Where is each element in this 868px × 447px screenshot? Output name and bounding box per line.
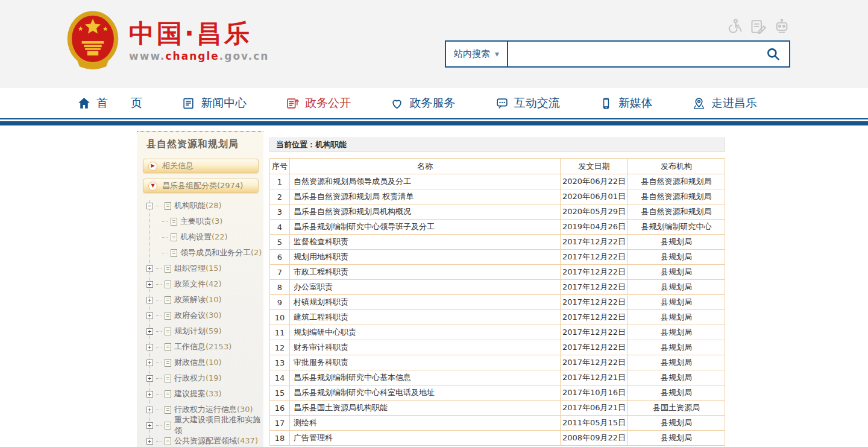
tree-item-count: (10) xyxy=(206,358,222,367)
site-logo[interactable]: 中国·昌乐 www.changle.gov.cn xyxy=(65,10,269,72)
publish-date: 2020年06月01日 xyxy=(561,189,628,204)
nav-item-label: 新媒体 xyxy=(618,95,653,111)
doc-title-link[interactable]: 昌乐县规划编制研究中心领导班子及分工 xyxy=(290,220,561,235)
table-row: 8办公室职责2017年12月22日县规划局 xyxy=(270,280,725,295)
document-icon xyxy=(171,218,177,226)
expand-plus-icon[interactable] xyxy=(146,407,153,413)
expand-plus-icon[interactable] xyxy=(146,375,153,382)
robot-assistant-icon[interactable] xyxy=(773,18,790,35)
tree-item-label: 工作信息(2153) xyxy=(174,341,231,352)
doc-title-link[interactable]: 村镇规划科职责 xyxy=(290,295,561,310)
tree-item[interactable]: 建议提案(33) xyxy=(137,386,263,402)
document-icon xyxy=(165,296,171,304)
tree-item[interactable]: 财政信息(10) xyxy=(137,355,263,370)
expand-plus-icon[interactable] xyxy=(146,391,153,398)
expand-plus-icon[interactable] xyxy=(146,297,153,303)
tree-item[interactable]: 政策解读(10) xyxy=(137,292,263,308)
doc-title-link[interactable]: 昌乐县自然资源和规划局机构概况 xyxy=(290,204,561,220)
tree-item[interactable]: 政府会议(30) xyxy=(137,308,263,323)
doc-title-link[interactable]: 规划编研中心职责 xyxy=(290,325,561,340)
tree-item-label: 领导成员和业务分工(2) xyxy=(180,247,262,258)
expand-plus-icon[interactable] xyxy=(146,281,153,288)
doc-title-link[interactable]: 市政工程科职责 xyxy=(290,265,561,280)
expand-plus-icon[interactable] xyxy=(146,328,153,335)
table-row: 15昌乐县规划编制研究中心科室电话及地址2017年10月16日县规划局 xyxy=(270,385,725,401)
publish-org: 县规划局 xyxy=(628,235,725,250)
tree-item[interactable]: 重大建设项目批准和实施领 xyxy=(137,417,263,433)
accordion-2[interactable]: ▼昌乐县组配分类(2974) xyxy=(143,179,259,193)
document-icon xyxy=(171,233,177,241)
tree-item[interactable]: 规划计划(59) xyxy=(137,323,263,339)
tree-item[interactable]: 行政权力(19) xyxy=(137,370,263,386)
search-scope-dropdown[interactable]: 站内搜索 ▼ xyxy=(446,42,508,66)
doc-title-link[interactable]: 建筑工程科职责 xyxy=(290,310,561,325)
tree-connector xyxy=(156,331,162,332)
doc-title-link[interactable]: 昌乐县规划编制研究中心基本信息 xyxy=(290,370,561,385)
nav-item-5[interactable]: 互动交流 xyxy=(495,95,560,111)
accordion-1[interactable]: ▶相关信息 xyxy=(143,159,259,173)
news-icon xyxy=(181,97,195,110)
tree-item[interactable]: 机构职能(28) xyxy=(137,198,263,214)
tree-item-label: 政策文件(42) xyxy=(174,279,222,290)
tree-item[interactable]: 工作信息(2153) xyxy=(137,339,263,355)
accessibility-icon[interactable] xyxy=(726,18,743,35)
doc-title-link[interactable]: 财务审计科职责 xyxy=(290,340,561,355)
nav-item-6[interactable]: 新媒体 xyxy=(599,95,653,111)
expand-plus-icon[interactable] xyxy=(146,312,153,319)
tree-item[interactable]: 主要职责(3) xyxy=(137,214,263,229)
tree-item-count: (15) xyxy=(206,264,222,273)
doc-title-link[interactable]: 昌乐县规划编制研究中心科室电话及地址 xyxy=(290,385,561,401)
tree-item-count: (10) xyxy=(206,295,222,304)
publish-date: 2017年06月21日 xyxy=(561,401,628,416)
breadcrumb: 当前位置：机构职能 xyxy=(269,138,725,152)
nav-item-3[interactable]: 政务公开 xyxy=(286,95,351,111)
publish-date: 2017年12月22日 xyxy=(561,310,628,325)
row-index: 9 xyxy=(270,295,290,310)
table-row: 3昌乐县自然资源和规划局机构概况2020年05月29日县自然资源和规划局 xyxy=(270,204,725,220)
tree-item[interactable]: 政策文件(42) xyxy=(137,276,263,292)
row-index: 7 xyxy=(270,265,290,280)
publish-org: 县规划局 xyxy=(628,310,725,325)
doc-title-link[interactable]: 昌乐县自然资源和规划局 权责清单 xyxy=(290,189,561,204)
tree-connector xyxy=(162,237,168,238)
nav-divider-line xyxy=(0,118,868,119)
collapse-minus-icon[interactable] xyxy=(146,203,153,209)
tree-item[interactable]: 领导成员和业务分工(2) xyxy=(137,245,263,261)
document-icon xyxy=(165,406,171,414)
expand-plus-icon[interactable] xyxy=(146,344,153,350)
expand-plus-icon[interactable] xyxy=(146,265,153,272)
row-index: 3 xyxy=(270,204,290,220)
tree-item-count: (33) xyxy=(206,389,222,398)
pin-icon xyxy=(692,97,706,110)
tree-item-label: 公共资源配置领域(437) xyxy=(174,436,258,446)
nav-item-7[interactable]: 走进昌乐 xyxy=(692,95,757,111)
edit-form-icon[interactable] xyxy=(750,18,767,35)
table-row: 18广告管理科2008年09月22日县规划局 xyxy=(270,431,725,446)
doc-title-link[interactable]: 广告管理科 xyxy=(290,431,561,446)
doc-title-link[interactable]: 自然资源和规划局领导成员及分工 xyxy=(290,174,561,189)
tree-item[interactable]: 组织管理(15) xyxy=(137,261,263,276)
doc-title-link[interactable]: 昌乐县国土资源局机构职能 xyxy=(290,401,561,416)
nav-item-2[interactable]: 新闻中心 xyxy=(181,95,247,111)
tree-item-count: (3) xyxy=(212,217,222,226)
doc-title-link[interactable]: 监督检查科职责 xyxy=(290,235,561,250)
table-row: 17测绘科2011年05月15日县规划局 xyxy=(270,416,725,431)
doc-title-link[interactable]: 审批服务科职责 xyxy=(290,355,561,370)
table-row: 4昌乐县规划编制研究中心领导班子及分工2019年04月26日县规划编制研究中心 xyxy=(270,220,725,235)
doc-title-link[interactable]: 测绘科 xyxy=(290,416,561,431)
doc-title-link[interactable]: 规划用地科职责 xyxy=(290,250,561,265)
doc-title-link[interactable]: 办公室职责 xyxy=(290,280,561,295)
nav-item-1[interactable]: 首 页 xyxy=(77,95,142,111)
search-input[interactable] xyxy=(508,42,758,66)
expand-plus-icon[interactable] xyxy=(146,360,153,366)
tree-item[interactable]: 公共资源配置领域(437) xyxy=(137,433,263,447)
nav-item-4[interactable]: 政务服务 xyxy=(390,95,455,111)
expand-plus-icon[interactable] xyxy=(146,422,153,429)
tree-item[interactable]: 机构设置(22) xyxy=(137,229,263,245)
document-icon xyxy=(165,422,171,430)
document-icon xyxy=(171,249,177,257)
search-button[interactable] xyxy=(758,42,789,66)
publish-date: 2017年12月22日 xyxy=(561,250,628,265)
expand-plus-icon[interactable] xyxy=(146,438,153,445)
document-icon xyxy=(165,375,171,382)
